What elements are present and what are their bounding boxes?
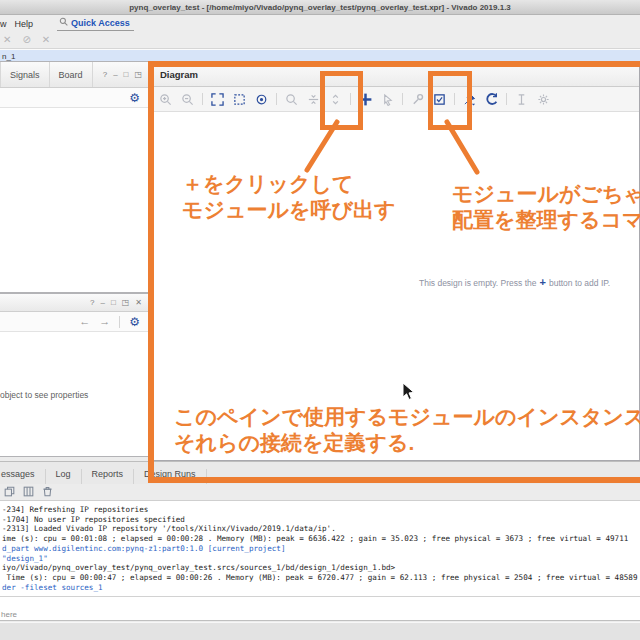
console-line: Time (s): cpu = 00:00:47 ; elapsed = 00:… bbox=[2, 573, 640, 583]
tab-board[interactable]: Board bbox=[50, 62, 93, 87]
float-icon[interactable]: ◳ bbox=[122, 298, 130, 307]
properties-hint: object to see properties bbox=[0, 390, 88, 400]
tab-reports[interactable]: Reports bbox=[82, 469, 135, 485]
annotation-box-regenerate bbox=[428, 71, 472, 130]
minimize-icon[interactable]: – bbox=[100, 298, 104, 307]
disabled-tool-icon[interactable]: ✕ bbox=[42, 35, 50, 45]
close-icon[interactable]: ✕ bbox=[135, 298, 142, 307]
panel-window-controls: ? – □ ◳ bbox=[103, 70, 148, 79]
maximize-icon[interactable]: □ bbox=[124, 70, 129, 79]
separator bbox=[119, 316, 120, 328]
mouse-cursor bbox=[402, 382, 416, 402]
trash-icon[interactable] bbox=[42, 483, 53, 501]
annotation-note-arrange: モジュールがごちゃ 配置を整理するコマ bbox=[452, 181, 640, 233]
disabled-tool-icon[interactable]: ✕ bbox=[3, 35, 11, 45]
forward-arrow-icon[interactable]: → bbox=[99, 316, 110, 327]
gear-icon[interactable]: ⚙ bbox=[129, 316, 140, 328]
console-line: -234] Refreshing IP repositories bbox=[2, 505, 640, 515]
help-icon[interactable]: ? bbox=[103, 70, 107, 79]
search-icon bbox=[59, 17, 68, 28]
annotation-note-pane: このペインで使用するモジュールのインスタンス それらの接続を定義する. bbox=[174, 404, 640, 456]
bd-tab-partial[interactable]: n_1 bbox=[0, 52, 15, 61]
columns-icon[interactable] bbox=[23, 483, 34, 501]
quick-access-label: Quick Access bbox=[71, 18, 130, 28]
title-bar: pynq_overlay_test - [/home/miyo/Vivado/p… bbox=[0, 0, 640, 15]
sources-panel: Signals Board ? – □ ◳ ⚙ bbox=[0, 61, 149, 293]
annotation-box-add-ip bbox=[320, 71, 363, 130]
minimize-icon[interactable]: – bbox=[113, 70, 117, 79]
help-icon[interactable]: ? bbox=[90, 298, 94, 307]
console-line: -1704] No user IP repositories specified bbox=[2, 515, 640, 525]
disabled-edit-icon[interactable]: ⊘ bbox=[22, 35, 30, 45]
menu-item-help[interactable]: Help bbox=[15, 19, 34, 29]
window-title: pynq_overlay_test - [/home/miyo/Vivado/p… bbox=[129, 3, 511, 12]
gear-icon[interactable]: ⚙ bbox=[129, 92, 140, 104]
tcl-input-placeholder-partial: here bbox=[1, 610, 17, 619]
console-toolbar bbox=[0, 484, 640, 500]
panel-window-controls: ? – □ ◳ ✕ bbox=[90, 298, 148, 307]
status-bar bbox=[0, 622, 640, 640]
sources-panel-toolbar: ⚙ bbox=[0, 88, 148, 108]
console-line: ime (s): cpu = 00:01:08 ; elapsed = 00:0… bbox=[2, 534, 640, 544]
float-icon[interactable]: ◳ bbox=[134, 70, 142, 79]
tcl-command-input[interactable]: here bbox=[0, 596, 640, 621]
console-line: der -fileset sources_1 bbox=[2, 583, 640, 593]
console-line: iyo/Vivado/pynq_overlay_test/pynq_overla… bbox=[2, 563, 640, 573]
properties-panel-header: ? – □ ◳ ✕ bbox=[0, 294, 148, 312]
console-line: d_part www.digilentinc.com:pynq-z1:part0… bbox=[2, 544, 640, 554]
console-line: -2313] Loaded Vivado IP repository '/too… bbox=[2, 524, 640, 534]
sources-panel-tabs: Signals Board ? – □ ◳ bbox=[0, 62, 148, 88]
quick-access-search[interactable]: Quick Access bbox=[57, 16, 134, 31]
menu-bar: w Help Quick Access bbox=[0, 15, 640, 32]
properties-panel-toolbar: ← → ⚙ bbox=[0, 312, 148, 332]
properties-panel: ? – □ ◳ ✕ ← → ⚙ object to see properties bbox=[0, 293, 149, 457]
tab-signals[interactable]: Signals bbox=[0, 62, 50, 87]
maximize-icon[interactable]: □ bbox=[111, 298, 116, 307]
vivado-window: pynq_overlay_test - [/home/miyo/Vivado/p… bbox=[0, 0, 640, 640]
console-line: "design_1" bbox=[2, 554, 640, 564]
main-toolbar: ✕ ⊘ ✕ bbox=[0, 32, 640, 49]
tcl-console-output[interactable]: -234] Refreshing IP repositories -1704] … bbox=[0, 500, 640, 596]
copy-icon[interactable] bbox=[4, 483, 15, 501]
back-arrow-icon[interactable]: ← bbox=[79, 316, 90, 327]
menu-item-partial[interactable]: w bbox=[0, 19, 7, 29]
